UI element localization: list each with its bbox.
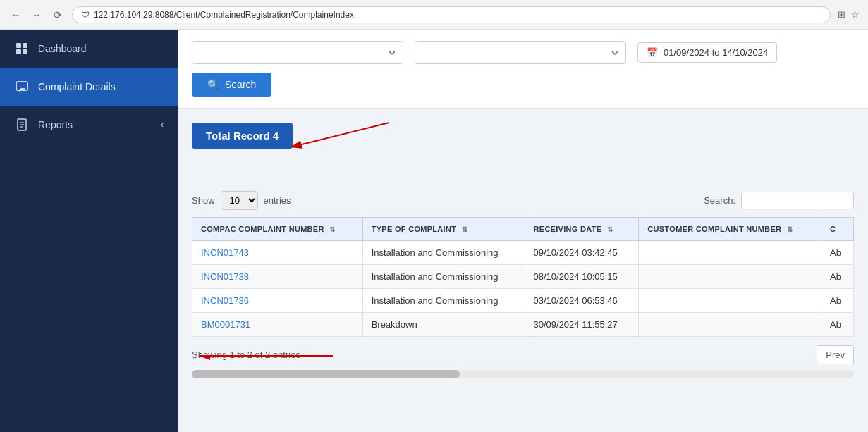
cell-date: 03/10/2024 06:53:46	[525, 289, 639, 313]
annotation-arrow	[234, 116, 446, 154]
table-controls: Show 10 25 50 entries Search:	[192, 191, 854, 210]
table-row[interactable]: INCN01738 Installation and Commissioning…	[192, 265, 854, 289]
scrollbar-thumb	[192, 370, 460, 378]
data-table: COMPAC COMPLAINT NUMBER ⇅ TYPE OF COMPLA…	[192, 217, 854, 337]
sidebar-item-dashboard-label: Dashboard	[38, 43, 87, 54]
col-receiving-date: RECEIVING DATE ⇅	[525, 218, 639, 241]
filter-section: 📅 01/09/2024 to 14/10/2024 🔍 Search	[178, 30, 868, 109]
calendar-icon: 📅	[647, 47, 658, 58]
cell-date: 09/10/2024 03:42:45	[525, 241, 639, 265]
browser-toolbar: ⊞ ☆	[838, 9, 860, 20]
filter-row: 📅 01/09/2024 to 14/10/2024	[192, 41, 854, 64]
col-extra: C	[821, 218, 854, 241]
cell-date: 08/10/2024 10:05:15	[525, 265, 639, 289]
search-button-label: Search	[225, 79, 256, 90]
sidebar-item-complaint-details[interactable]: Complaint Details	[0, 68, 178, 106]
total-record-container: Total Record 4	[192, 123, 854, 170]
reports-icon	[14, 117, 30, 132]
date-range-filter[interactable]: 📅 01/09/2024 to 14/10/2024	[637, 42, 777, 63]
table-search-control: Search:	[704, 192, 854, 209]
scrollbar-area[interactable]	[192, 370, 854, 378]
cell-type: Installation and Commissioning	[362, 289, 525, 313]
cell-customer	[639, 265, 821, 289]
url-text: 122.176.104.29:8088/Client/ComplainedReg…	[94, 10, 354, 20]
complaint-number-link[interactable]: BM0001731	[201, 319, 250, 330]
sort-icon-date: ⇅	[607, 226, 613, 233]
show-label: Show	[192, 195, 215, 206]
sort-icon-customer: ⇅	[787, 226, 793, 233]
forward-button[interactable]: →	[30, 8, 44, 22]
table-search-label: Search:	[704, 195, 735, 206]
sort-icon-complaint: ⇅	[329, 226, 335, 233]
sort-icon-type: ⇅	[462, 226, 467, 233]
table-search-input[interactable]	[741, 192, 854, 209]
show-entries-control: Show 10 25 50 entries	[192, 191, 291, 210]
complaint-number-link[interactable]: INCN01738	[201, 271, 249, 282]
extensions-icon: ⊞	[838, 9, 845, 20]
col-customer-complaint: CUSTOMER COMPLAINT NUMBER ⇅	[639, 218, 821, 241]
svg-rect-1	[23, 43, 27, 48]
cell-complaint-number[interactable]: INCN01736	[192, 289, 363, 313]
svg-rect-2	[16, 49, 21, 54]
entries-select[interactable]: 10 25 50	[221, 191, 258, 210]
complaint-number-link[interactable]: INCN01743	[201, 247, 249, 258]
sidebar-item-reports-label: Reports	[38, 119, 73, 130]
reload-button[interactable]: ⟳	[51, 8, 65, 22]
prev-button[interactable]: Prev	[817, 345, 854, 364]
search-button[interactable]: 🔍 Search	[192, 73, 271, 97]
dashboard-icon	[14, 41, 30, 56]
chat-icon	[14, 79, 30, 94]
cell-type: Installation and Commissioning	[362, 265, 525, 289]
shield-icon: 🛡	[81, 10, 90, 20]
cell-extra: Ab	[821, 313, 854, 337]
cell-customer	[639, 241, 821, 265]
svg-rect-3	[23, 49, 27, 54]
sidebar-item-complaint-label: Complaint Details	[38, 81, 116, 92]
table-footer: Showing 1 to 2 of 2 entries Prev	[192, 345, 854, 364]
cell-extra: Ab	[821, 265, 854, 289]
showing-container: Showing 1 to 2 of 2 entries	[192, 350, 300, 360]
address-bar[interactable]: 🛡 122.176.104.29:8088/Client/ComplainedR…	[72, 6, 831, 23]
filter-select-2[interactable]	[415, 41, 626, 64]
table-row[interactable]: INCN01743 Installation and Commissioning…	[192, 241, 854, 265]
filter-select-1[interactable]	[192, 41, 403, 64]
table-header-row: COMPAC COMPLAINT NUMBER ⇅ TYPE OF COMPLA…	[192, 218, 854, 241]
browser-bar: ← → ⟳ 🛡 122.176.104.29:8088/Client/Compl…	[0, 0, 868, 30]
search-row: 🔍 Search	[192, 73, 854, 97]
bookmark-icon: ☆	[851, 9, 860, 20]
cell-type: Breakdown	[362, 313, 525, 337]
col-type: TYPE OF COMPLAINT ⇅	[362, 218, 525, 241]
table-row[interactable]: INCN01736 Installation and Commissioning…	[192, 289, 854, 313]
pagination: Prev	[817, 345, 854, 364]
cell-complaint-number[interactable]: INCN01738	[192, 265, 363, 289]
cell-extra: Ab	[821, 289, 854, 313]
cell-date: 30/09/2024 11:55:27	[525, 313, 639, 337]
app-layout: Dashboard Complaint Details Reports	[0, 30, 868, 432]
cell-complaint-number[interactable]: INCN01743	[192, 241, 363, 265]
cell-customer	[639, 289, 821, 313]
col-complaint-number: COMPAC COMPLAINT NUMBER ⇅	[192, 218, 363, 241]
content-area: Total Record 4 Show 10	[178, 109, 868, 393]
cell-extra: Ab	[821, 241, 854, 265]
main-content: 📅 01/09/2024 to 14/10/2024 🔍 Search Tota…	[178, 30, 868, 432]
date-range-text: 01/09/2024 to 14/10/2024	[664, 47, 768, 58]
sidebar-item-reports[interactable]: Reports ‹	[0, 106, 178, 144]
svg-rect-0	[16, 43, 21, 48]
table-row[interactable]: BM0001731 Breakdown 30/09/2024 11:55:27 …	[192, 313, 854, 337]
showing-annotation-arrow	[192, 352, 347, 366]
back-button[interactable]: ←	[8, 8, 23, 22]
sidebar: Dashboard Complaint Details Reports	[0, 30, 178, 432]
search-icon: 🔍	[207, 79, 219, 90]
chevron-left-icon: ‹	[161, 120, 164, 130]
cell-type: Installation and Commissioning	[362, 241, 525, 265]
entries-label: entries	[264, 195, 291, 206]
cell-complaint-number[interactable]: BM0001731	[192, 313, 363, 337]
complaint-number-link[interactable]: INCN01736	[201, 295, 249, 306]
cell-customer	[639, 313, 821, 337]
sidebar-item-dashboard[interactable]: Dashboard	[0, 30, 178, 68]
